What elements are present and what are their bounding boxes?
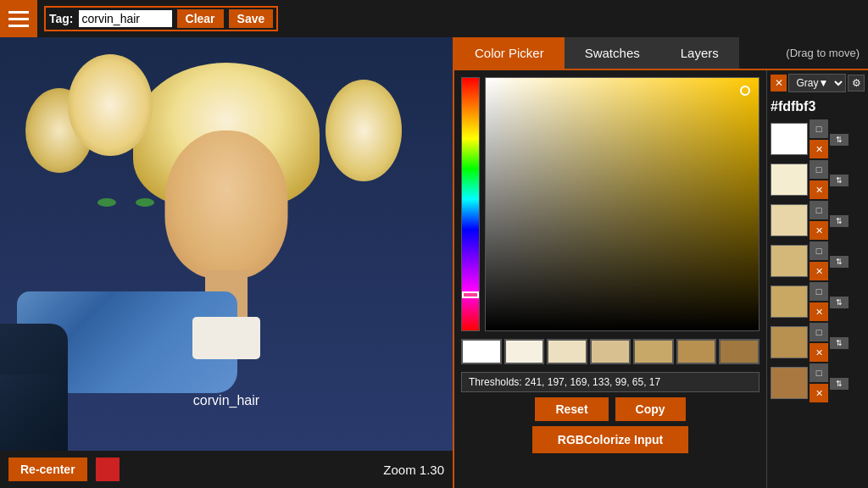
hue-cursor xyxy=(462,291,479,298)
swatch-item-5[interactable] xyxy=(676,339,717,364)
tag-label: Tag: xyxy=(49,12,74,25)
color-swatch-1[interactable] xyxy=(771,164,808,196)
color-x-btn-0[interactable]: ✕ xyxy=(810,140,828,158)
reset-button[interactable]: Reset xyxy=(535,397,608,421)
drag-hint: (Drag to move) xyxy=(786,47,868,59)
color-copy-btn-3[interactable]: □ xyxy=(810,241,828,260)
color-swap-btn-5[interactable]: ⇅ xyxy=(830,337,849,349)
portrait-image: corvin_hair xyxy=(0,37,453,451)
eye-right xyxy=(136,198,154,207)
color-entries-list: □✕⇅□✕⇅□✕⇅□✕⇅□✕⇅□✕⇅□✕⇅ xyxy=(771,119,865,404)
canvas-area[interactable]: corvin_hair Re-center Zoom 1.30 xyxy=(0,37,453,488)
color-picker-area: Thresholds: 241, 197, 169, 133, 99, 65, … xyxy=(454,70,766,488)
color-swap-btn-1[interactable]: ⇅ xyxy=(830,175,849,186)
color-entry-buttons-5: □✕ xyxy=(810,323,828,362)
hair-top-puff xyxy=(68,54,153,156)
hamburger-line xyxy=(8,11,29,14)
portrait-background: corvin_hair xyxy=(0,37,453,451)
color-swatch-0[interactable] xyxy=(771,123,808,155)
color-copy-btn-5[interactable]: □ xyxy=(810,323,828,341)
hair-right-puff xyxy=(326,80,402,181)
panel-tabs: Color Picker Swatches Layers (Drag to mo… xyxy=(454,37,868,70)
color-swatch-5[interactable] xyxy=(771,326,808,358)
color-x-btn-6[interactable]: ✕ xyxy=(810,384,828,402)
color-entry: □✕⇅ xyxy=(771,282,865,321)
canvas-character-name: corvin_hair xyxy=(193,393,259,408)
swatch-item-3[interactable] xyxy=(590,339,631,364)
color-copy-btn-4[interactable]: □ xyxy=(810,282,828,301)
color-entry-buttons-6: □✕ xyxy=(810,363,828,402)
tag-input[interactable] xyxy=(79,10,172,27)
color-entry-buttons-2: □✕ xyxy=(810,201,828,240)
hand-area xyxy=(0,374,59,442)
threshold-text: Thresholds: 241, 197, 169, 133, 99, 65, … xyxy=(461,372,760,392)
color-entry-buttons-0: □✕ xyxy=(810,119,828,158)
color-list-settings-button[interactable]: ⚙ xyxy=(848,75,865,92)
hue-strip[interactable] xyxy=(461,77,480,331)
color-entry: □✕⇅ xyxy=(771,241,865,280)
color-swatch-4[interactable] xyxy=(771,286,808,318)
color-copy-btn-2[interactable]: □ xyxy=(810,201,828,219)
tag-area: Tag: Clear Save xyxy=(44,6,278,31)
color-list-close-button[interactable]: ✕ xyxy=(771,75,787,92)
main-area: corvin_hair Re-center Zoom 1.30 Color Pi… xyxy=(0,37,868,488)
color-entry: □✕⇅ xyxy=(771,119,865,158)
turtleneck xyxy=(192,317,260,359)
color-copy-btn-0[interactable]: □ xyxy=(810,119,828,138)
eye-left xyxy=(97,198,116,207)
tab-color-picker[interactable]: Color Picker xyxy=(454,37,565,69)
top-bar: Tag: Clear Save xyxy=(0,0,868,37)
color-swatch-3[interactable] xyxy=(771,245,808,277)
swatch-item-6[interactable] xyxy=(719,339,760,364)
swatch-row xyxy=(461,336,760,367)
active-color-swatch[interactable] xyxy=(96,458,120,481)
color-swap-btn-0[interactable]: ⇅ xyxy=(830,134,849,146)
picker-buttons: Reset Copy xyxy=(461,397,760,421)
color-copy-btn-6[interactable]: □ xyxy=(810,363,828,382)
color-x-btn-2[interactable]: ✕ xyxy=(810,221,828,240)
gradient-cursor xyxy=(740,86,750,96)
recenter-button[interactable]: Re-center xyxy=(8,458,87,481)
rgbcolorize-button[interactable]: RGBColorize Input xyxy=(532,426,688,453)
color-swap-btn-3[interactable]: ⇅ xyxy=(830,256,849,268)
copy-button[interactable]: Copy xyxy=(615,397,686,421)
color-entry: □✕⇅ xyxy=(771,363,865,402)
color-entry: □✕⇅ xyxy=(771,201,865,240)
gradient-picker[interactable] xyxy=(485,77,760,331)
tab-layers[interactable]: Layers xyxy=(660,37,739,69)
color-entry-buttons-3: □✕ xyxy=(810,241,828,280)
color-swap-btn-6[interactable]: ⇅ xyxy=(830,378,849,390)
color-x-btn-4[interactable]: ✕ xyxy=(810,302,828,321)
swatch-item-0[interactable] xyxy=(461,339,502,364)
color-x-btn-1[interactable]: ✕ xyxy=(810,180,828,199)
hamburger-button[interactable] xyxy=(0,0,37,37)
color-copy-btn-1[interactable]: □ xyxy=(810,160,828,179)
clear-button[interactable]: Clear xyxy=(177,9,224,28)
tab-swatches[interactable]: Swatches xyxy=(565,37,660,69)
hex-display: #fdfbf3 xyxy=(771,99,865,114)
color-list-header: ✕ Gray▼ ⚙ xyxy=(771,74,865,92)
swatch-item-4[interactable] xyxy=(633,339,674,364)
color-swatch-2[interactable] xyxy=(771,204,808,236)
color-entry-buttons-1: □✕ xyxy=(810,160,828,199)
canvas-bottom-bar: Re-center Zoom 1.30 xyxy=(0,451,453,488)
face-shape xyxy=(165,130,288,279)
color-entry: □✕⇅ xyxy=(771,323,865,362)
swatch-item-1[interactable] xyxy=(504,339,545,364)
swatch-item-2[interactable] xyxy=(547,339,587,364)
picker-main xyxy=(461,77,760,331)
save-button[interactable]: Save xyxy=(229,9,274,28)
color-list-panel: ✕ Gray▼ ⚙ #fdfbf3 □✕⇅□✕⇅□✕⇅□✕⇅□✕⇅□✕⇅□✕⇅ xyxy=(766,70,868,488)
color-swap-btn-4[interactable]: ⇅ xyxy=(830,297,849,308)
color-x-btn-3[interactable]: ✕ xyxy=(810,262,828,280)
color-entry: □✕⇅ xyxy=(771,160,865,199)
hamburger-line xyxy=(8,25,29,27)
color-swatch-6[interactable] xyxy=(771,367,808,399)
rgbcolorize-container: RGBColorize Input xyxy=(461,426,760,453)
color-entry-buttons-4: □✕ xyxy=(810,282,828,321)
zoom-level: Zoom 1.30 xyxy=(383,463,444,477)
color-swap-btn-2[interactable]: ⇅ xyxy=(830,215,849,227)
color-x-btn-5[interactable]: ✕ xyxy=(810,343,828,362)
hamburger-line xyxy=(8,18,29,20)
color-list-dropdown[interactable]: Gray▼ xyxy=(788,74,846,92)
